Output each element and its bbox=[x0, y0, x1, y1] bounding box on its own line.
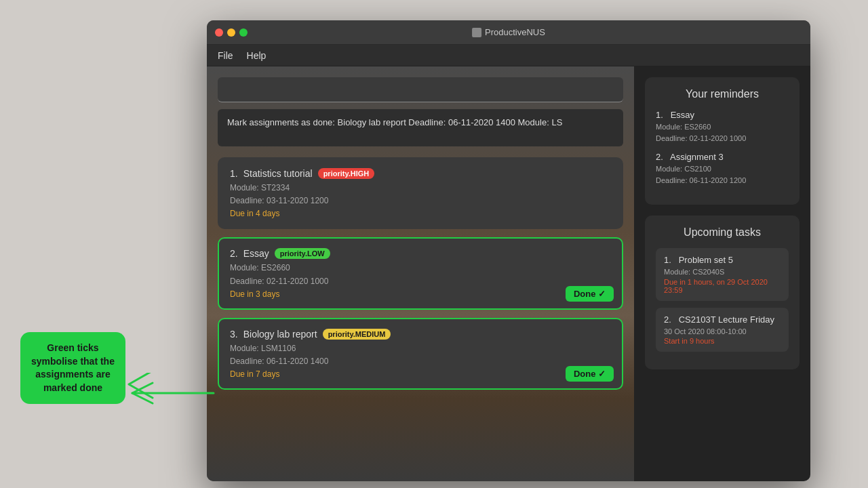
upcoming-2-detail: 30 Oct 2020 08:00-10:00 bbox=[664, 326, 781, 338]
upcoming-1-due: Due in 1 hours, on 29 Oct 2020 23:59 bbox=[664, 278, 781, 294]
task-2-due: Due in 3 days bbox=[230, 289, 611, 299]
reminder-item-2: 2. Assignment 3 Module: CS2100 Deadline:… bbox=[656, 152, 789, 186]
app-window: ProductiveNUS File Help Mark assignments… bbox=[207, 20, 810, 481]
app-icon bbox=[472, 28, 481, 37]
titlebar: ProductiveNUS bbox=[207, 20, 810, 45]
annotation-box: Green ticks symbolise that the assignmen… bbox=[20, 332, 125, 404]
upcoming-section: Upcoming tasks 1. Problem set 5 Module: … bbox=[645, 216, 800, 369]
done-button-3[interactable]: Done ✓ bbox=[566, 366, 614, 382]
reminders-section: Your reminders 1. Essay Module: ES2660 D… bbox=[645, 77, 800, 205]
task-1-module: Module: ST2334 bbox=[230, 182, 611, 195]
task-2-deadline: Deadline: 02-11-2020 1000 bbox=[230, 275, 611, 288]
task-card-1-header: 1. Statistics tutorial priority.HIGH bbox=[230, 168, 611, 179]
right-panel: Your reminders 1. Essay Module: ES2660 D… bbox=[634, 66, 810, 481]
close-button[interactable] bbox=[215, 28, 223, 37]
priority-badge-1: priority.HIGH bbox=[318, 168, 375, 179]
upcoming-title: Upcoming tasks bbox=[656, 226, 789, 239]
reminder-item-1: 1. Essay Module: ES2660 Deadline: 02-11-… bbox=[656, 110, 789, 144]
left-panel: Mark assignments as done: Biology lab re… bbox=[207, 66, 634, 481]
minimize-button[interactable] bbox=[227, 28, 235, 37]
reminders-title: Your reminders bbox=[656, 88, 789, 100]
task-2-module: Module: ES2660 bbox=[230, 262, 611, 274]
command-output: Mark assignments as done: Biology lab re… bbox=[218, 109, 623, 146]
upcoming-2-due: Start in 9 hours bbox=[664, 337, 781, 345]
task-3-module: Module: LSM1106 bbox=[230, 342, 611, 355]
reminder-1-module: Module: ES2660 bbox=[656, 121, 789, 133]
task-card-2: 2. Essay priority.LOW Module: ES2660 Dea… bbox=[218, 237, 623, 309]
traffic-lights bbox=[215, 28, 248, 37]
done-button-2[interactable]: Done ✓ bbox=[566, 286, 614, 302]
task-1-deadline: Deadline: 03-11-2020 1200 bbox=[230, 195, 611, 207]
window-title: ProductiveNUS bbox=[472, 27, 545, 37]
annotation-arrow bbox=[125, 373, 220, 413]
menubar: File Help bbox=[207, 45, 810, 66]
menu-help[interactable]: Help bbox=[247, 50, 267, 61]
task-card-3: 3. Biology lab report priority.MEDIUM Mo… bbox=[218, 318, 623, 390]
menu-file[interactable]: File bbox=[218, 50, 233, 61]
task-list: 1. Statistics tutorial priority.HIGH Mod… bbox=[218, 157, 623, 390]
task-card-2-header: 2. Essay priority.LOW bbox=[230, 248, 611, 259]
upcoming-task-1: 1. Problem set 5 Module: CS2040S Due in … bbox=[656, 248, 789, 301]
priority-badge-3: priority.MEDIUM bbox=[323, 329, 391, 340]
priority-badge-2: priority.LOW bbox=[275, 248, 330, 259]
task-3-due: Due in 7 days bbox=[230, 369, 611, 379]
task-3-deadline: Deadline: 06-11-2020 1400 bbox=[230, 355, 611, 368]
command-input[interactable] bbox=[218, 77, 623, 102]
upcoming-1-module: Module: CS2040S bbox=[664, 266, 781, 278]
task-1-due: Due in 4 days bbox=[230, 209, 611, 218]
upcoming-task-2: 2. CS2103T Lecture Friday 30 Oct 2020 08… bbox=[656, 308, 789, 352]
task-card-3-header: 3. Biology lab report priority.MEDIUM bbox=[230, 329, 611, 340]
reminder-2-module: Module: CS2100 bbox=[656, 163, 789, 175]
reminder-1-deadline: Deadline: 02-11-2020 1000 bbox=[656, 133, 789, 144]
main-area: Mark assignments as done: Biology lab re… bbox=[207, 66, 810, 481]
task-card-1: 1. Statistics tutorial priority.HIGH Mod… bbox=[218, 157, 623, 229]
reminder-2-deadline: Deadline: 06-11-2020 1200 bbox=[656, 175, 789, 186]
maximize-button[interactable] bbox=[239, 28, 248, 37]
